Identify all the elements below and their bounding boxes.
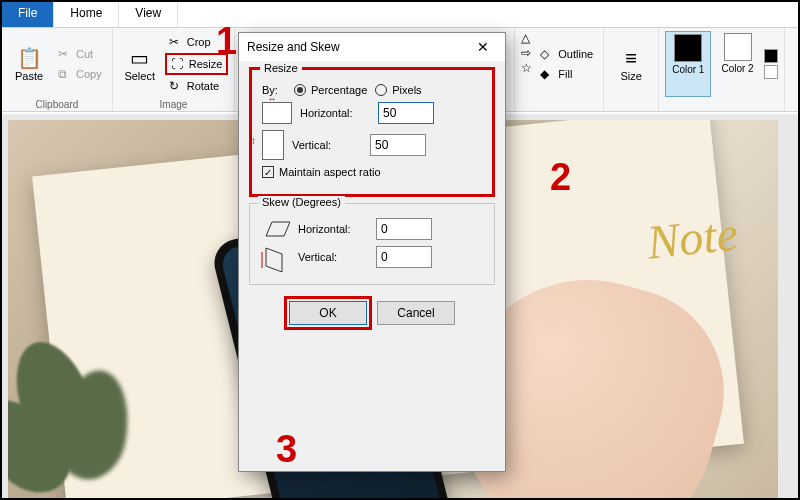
rotate-button[interactable]: ↻Rotate [165, 77, 229, 95]
skew-v-input[interactable] [376, 246, 432, 268]
checkbox-icon: ✓ [262, 166, 274, 178]
photo-note-text: Note [645, 205, 741, 269]
cancel-button[interactable]: Cancel [377, 301, 455, 325]
callout-3: 3 [276, 428, 297, 471]
group-shapes: △ ⇨ ☆ ◇Outline ◆Fill [515, 28, 604, 111]
group-colors: Color 1 Color 2 [659, 28, 785, 111]
svg-marker-0 [266, 222, 290, 236]
select-icon: ▭ [130, 46, 149, 70]
size-button[interactable]: ≡ Size [610, 31, 652, 97]
rotate-icon: ↻ [169, 79, 183, 93]
resize-h-icon: ↔ [262, 102, 292, 124]
paste-icon: 📋 [17, 46, 42, 70]
resize-fieldset: Resize By: Percentage Pixels ↔ Horizonta… [249, 67, 495, 197]
resize-v-label: Vertical: [292, 139, 362, 151]
copy-button[interactable]: ⧉Copy [54, 65, 106, 83]
crop-icon: ✂ [169, 35, 183, 49]
resize-skew-dialog: Resize and Skew ✕ Resize By: Percentage … [238, 32, 506, 472]
radio-percentage[interactable]: Percentage [294, 84, 367, 96]
group-image-label: Image [119, 97, 229, 110]
skew-fieldset: Skew (Degrees) Horizontal: Vertical: [249, 203, 495, 285]
close-icon[interactable]: ✕ [469, 39, 497, 55]
skew-v-label: Vertical: [298, 251, 368, 263]
shape-star-icon[interactable]: ☆ [521, 61, 532, 75]
tab-bar: File Home View [2, 2, 798, 28]
group-clipboard-label: Clipboard [8, 97, 106, 110]
fill-button[interactable]: ◆Fill [536, 65, 597, 83]
shape-arrow-icon[interactable]: ⇨ [521, 46, 532, 60]
shape-triangle-icon[interactable]: △ [521, 31, 532, 45]
photo-plant [8, 330, 178, 500]
swatch-black[interactable] [764, 49, 778, 63]
callout-1: 1 [216, 20, 237, 63]
skew-legend: Skew (Degrees) [258, 196, 345, 208]
outline-button[interactable]: ◇Outline [536, 45, 597, 63]
skew-v-icon [260, 246, 290, 268]
radio-dot-icon [375, 84, 387, 96]
skew-h-label: Horizontal: [298, 223, 368, 235]
tab-file[interactable]: File [2, 2, 54, 27]
resize-icon: ⛶ [171, 57, 185, 71]
resize-v-icon: ↕ [262, 130, 284, 160]
callout-2: 2 [550, 156, 571, 199]
dialog-button-row: OK Cancel [239, 291, 505, 335]
dialog-titlebar[interactable]: Resize and Skew ✕ [239, 33, 505, 61]
paste-button[interactable]: 📋 Paste [8, 31, 50, 97]
size-icon: ≡ [625, 47, 637, 70]
select-button[interactable]: ▭ Select [119, 31, 161, 97]
resize-h-label: Horizontal: [300, 107, 370, 119]
tab-home[interactable]: Home [54, 2, 119, 27]
radio-pixels[interactable]: Pixels [375, 84, 421, 96]
radio-dot-icon [294, 84, 306, 96]
resize-legend: Resize [260, 62, 302, 74]
dialog-title-text: Resize and Skew [247, 40, 340, 54]
select-label: Select [124, 70, 155, 82]
group-clipboard: 📋 Paste ✂Cut ⧉Copy Clipboard [2, 28, 113, 111]
photo-phone-dock: ☎ ◉ ✉ [307, 496, 427, 500]
resize-v-input[interactable] [370, 134, 426, 156]
fill-icon: ◆ [540, 67, 554, 81]
resize-h-input[interactable] [378, 102, 434, 124]
copy-icon: ⧉ [58, 67, 72, 81]
skew-h-icon [260, 218, 290, 240]
swatch-white[interactable] [764, 65, 778, 79]
outline-icon: ◇ [540, 47, 554, 61]
tab-view[interactable]: View [119, 2, 178, 27]
cut-icon: ✂ [58, 47, 72, 61]
svg-marker-1 [266, 248, 282, 272]
group-size: ≡ Size [604, 28, 659, 111]
color1-button[interactable]: Color 1 [665, 31, 711, 97]
maintain-aspect-checkbox[interactable]: ✓ Maintain aspect ratio [262, 166, 381, 178]
skew-h-input[interactable] [376, 218, 432, 240]
paste-label: Paste [15, 70, 43, 82]
ok-button[interactable]: OK [289, 301, 367, 325]
color2-button[interactable]: Color 2 [715, 31, 759, 97]
cut-button[interactable]: ✂Cut [54, 45, 106, 63]
